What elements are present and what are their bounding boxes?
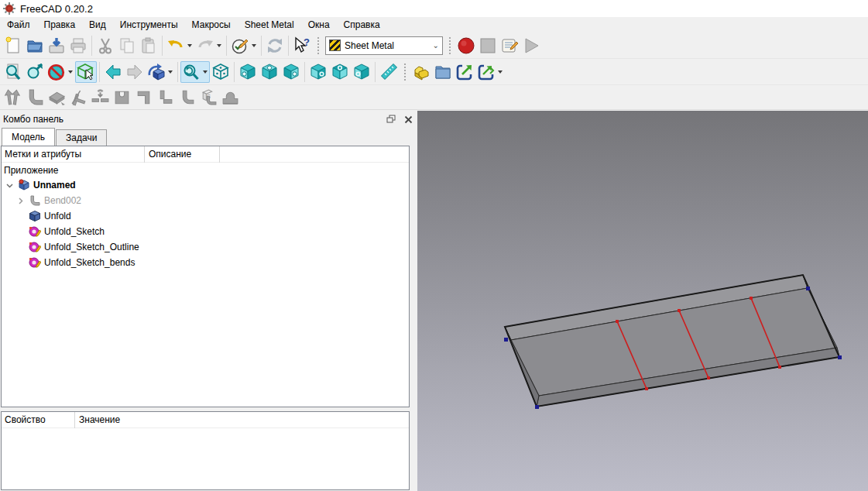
create-part-button[interactable] <box>410 61 432 83</box>
extrude-face-button[interactable] <box>46 87 67 108</box>
menu-view[interactable]: Вид <box>82 17 113 33</box>
solid-shape-icon <box>29 210 41 222</box>
fit-all-button[interactable] <box>2 61 24 83</box>
workbench-selector-value: Sheet Metal <box>345 40 429 51</box>
bend-offset-button[interactable] <box>132 87 154 108</box>
isometric-view-dropdown[interactable] <box>168 70 173 74</box>
tree-row-document[interactable]: Unnamed <box>2 177 409 193</box>
base-wall-button[interactable] <box>2 87 24 108</box>
menu-edit[interactable]: Правка <box>37 17 83 33</box>
print-button[interactable] <box>67 35 89 57</box>
macro-edit-button[interactable] <box>499 35 520 57</box>
bottom-view-button[interactable] <box>329 61 351 83</box>
clear-selection-dropdown[interactable] <box>68 70 73 74</box>
refresh-button[interactable] <box>264 35 286 57</box>
float-panel-icon[interactable] <box>385 114 397 125</box>
tab-model[interactable]: Модель <box>2 128 55 146</box>
create-group-button[interactable] <box>432 61 454 83</box>
top-view-button[interactable] <box>259 61 280 83</box>
replace-with-link-button[interactable] <box>475 61 497 83</box>
front-view-button[interactable] <box>237 61 259 83</box>
menu-tools[interactable]: Инструменты <box>113 17 185 33</box>
unfold-button[interactable] <box>89 87 111 108</box>
tree-item-label: Bend002 <box>44 195 81 206</box>
tree-column-description[interactable]: Описание <box>145 146 220 163</box>
sync-view-button[interactable] <box>180 61 202 83</box>
whats-this-button[interactable]: ? <box>291 35 313 57</box>
box-select-button[interactable] <box>75 61 97 83</box>
tree-row-bend002[interactable]: Bend002 <box>2 193 409 208</box>
macro-play-button[interactable] <box>520 35 542 57</box>
workbench-selector[interactable]: Sheet Metal ⌄ <box>325 36 443 55</box>
menu-macros[interactable]: Макросы <box>185 17 238 33</box>
paste-button[interactable] <box>138 35 160 57</box>
edit-mode-dropdown[interactable] <box>252 44 256 47</box>
tree-item-label: Unfold_Sketch_bends <box>44 257 135 268</box>
chevron-right-icon[interactable] <box>15 197 26 204</box>
unfolded-part-canvas <box>417 111 868 491</box>
sketch-on-sheet-button[interactable]: S <box>197 87 219 108</box>
save-button[interactable] <box>46 35 67 57</box>
chevron-down-icon[interactable] <box>4 182 15 189</box>
nav-back-button[interactable] <box>102 61 124 83</box>
nav-forward-button[interactable] <box>124 61 146 83</box>
freecad-app-icon <box>3 2 15 15</box>
tree-column-labels[interactable]: Метки и атрибуты <box>2 146 145 163</box>
tree-row-unfold-sketch-outline[interactable]: Unfold_Sketch_Outline <box>2 239 409 255</box>
clear-selection-button[interactable] <box>46 61 67 83</box>
property-panel: Свойство Значение <box>1 411 410 490</box>
sketch-icon <box>29 256 41 269</box>
make-wall-button[interactable] <box>24 87 46 108</box>
file-toolbar: ? Sheet Metal ⌄ <box>0 33 868 59</box>
measure-button[interactable] <box>378 61 400 83</box>
edit-mode-button[interactable] <box>229 35 251 57</box>
property-column-value[interactable]: Значение <box>75 412 409 428</box>
3d-viewport[interactable] <box>417 111 868 491</box>
axonometric-button[interactable] <box>210 61 232 83</box>
fold-wall-button[interactable] <box>67 87 89 108</box>
copy-button[interactable] <box>116 35 138 57</box>
tree-row-unfold[interactable]: Unfold <box>2 208 409 224</box>
undo-button[interactable] <box>165 35 187 57</box>
corner-relief-button[interactable] <box>111 87 132 108</box>
corner-junction-button[interactable] <box>154 87 176 108</box>
svg-text:?: ? <box>304 36 310 48</box>
open-file-button[interactable] <box>24 35 46 57</box>
combo-panel-tabs: Модель Задачи <box>0 128 417 146</box>
property-column-name[interactable]: Свойство <box>2 412 75 428</box>
replace-with-link-dropdown[interactable] <box>498 70 503 74</box>
window-title: FreeCAD 0.20.2 <box>20 3 93 15</box>
tree-row-unfold-sketch[interactable]: Unfold_Sketch <box>2 224 409 239</box>
rounded-bend-button[interactable] <box>176 87 197 108</box>
menu-help[interactable]: Справка <box>337 17 387 33</box>
menu-windows[interactable]: Окна <box>301 17 337 33</box>
fit-selection-button[interactable] <box>24 61 46 83</box>
menu-file[interactable]: Файл <box>0 17 37 33</box>
sync-view-dropdown[interactable] <box>203 70 208 74</box>
title-bar: FreeCAD 0.20.2 <box>0 0 868 17</box>
combo-panel: Комбо панель Модель Задачи Метки и атриб… <box>0 111 417 491</box>
left-view-button[interactable] <box>351 61 372 83</box>
menu-sheet-metal[interactable]: Sheet Metal <box>238 17 301 33</box>
macro-record-button[interactable] <box>455 35 477 57</box>
tree-group-application: Приложение <box>2 163 409 177</box>
bend-feature-icon <box>29 194 41 207</box>
undo-dropdown[interactable] <box>187 44 192 47</box>
make-link-button[interactable] <box>454 61 475 83</box>
close-panel-icon[interactable] <box>402 114 414 125</box>
tab-tasks[interactable]: Задачи <box>56 129 107 146</box>
redo-button[interactable] <box>194 35 216 57</box>
freecad-document-icon <box>18 179 30 191</box>
sheet-metal-workbench-icon <box>329 39 341 51</box>
right-view-button[interactable] <box>280 61 302 83</box>
macro-stop-button[interactable] <box>477 35 499 57</box>
combo-panel-title: Комбо панель <box>3 114 380 125</box>
rear-view-button[interactable] <box>307 61 329 83</box>
new-file-button[interactable] <box>2 35 24 57</box>
tree-row-unfold-sketch-bends[interactable]: Unfold_Sketch_bends <box>2 255 409 270</box>
cut-button[interactable] <box>94 35 116 57</box>
property-header: Свойство Значение <box>2 412 409 428</box>
isometric-view-button[interactable] <box>146 61 167 83</box>
forming-tool-button[interactable] <box>219 87 241 108</box>
redo-dropdown[interactable] <box>217 44 221 47</box>
